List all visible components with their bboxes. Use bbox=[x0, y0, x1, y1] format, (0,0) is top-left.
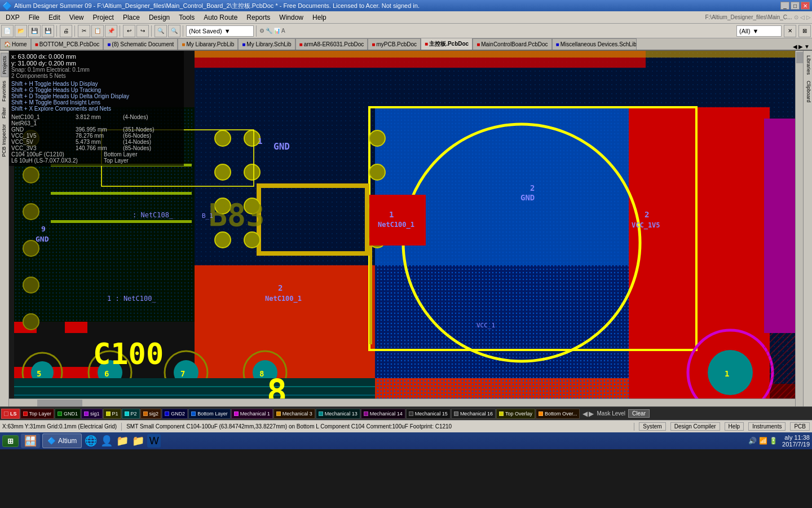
toolbar-controls: ⊙ ◁ ▷ bbox=[794, 14, 811, 20]
pcb-canvas[interactable]: GND B83 9 GND 1 NetC100_1 2 GND 2 VCC_1V… bbox=[9, 51, 803, 406]
toolbar-save[interactable]: 💾 bbox=[28, 25, 41, 37]
panel-favorites[interactable]: Favorites bbox=[1, 78, 8, 104]
layer-gnd2[interactable]: GND2 bbox=[162, 409, 188, 419]
title-bar-controls[interactable]: _ □ ✕ bbox=[780, 2, 810, 10]
panel-pcb-inspector[interactable]: PCB Inspector bbox=[1, 122, 8, 159]
menu-place[interactable]: Place bbox=[118, 12, 144, 23]
taskbar-app-user[interactable]: 👤 bbox=[100, 434, 113, 448]
toolbar-zoom-in[interactable]: 🔍 bbox=[155, 25, 167, 37]
toolbar-paste[interactable]: 📌 bbox=[105, 25, 117, 37]
taskbar-app-ie[interactable]: 🌐 bbox=[84, 434, 98, 448]
layer-p1[interactable]: P1 bbox=[103, 409, 121, 419]
layer-nav: ◀ ▶ bbox=[582, 410, 594, 418]
minimize-button[interactable]: _ bbox=[780, 2, 789, 10]
clear-button[interactable]: Clear bbox=[628, 409, 650, 418]
layer-sig2[interactable]: sig2 bbox=[140, 409, 162, 419]
menu-help[interactable]: Help bbox=[308, 12, 331, 23]
taskbar-app-folder1[interactable]: 📁 bbox=[116, 434, 129, 448]
menu-design[interactable]: Design bbox=[144, 12, 174, 23]
panel-projects[interactable]: Projects bbox=[1, 53, 8, 77]
panel-libraries[interactable]: Libraries bbox=[804, 53, 812, 77]
layer-gnd1[interactable]: GND1 bbox=[55, 409, 81, 419]
tab-pcblib[interactable]: ■ My Libarary.PcbLib bbox=[178, 38, 238, 50]
layer-ls[interactable]: LS bbox=[1, 409, 20, 419]
toolbar-open[interactable]: 📂 bbox=[15, 25, 27, 37]
tab-mypcb[interactable]: ■ myPCB.PcbDoc bbox=[368, 38, 421, 50]
coord-y: y: 31.000 dy: 0.200 mm bbox=[11, 60, 182, 67]
btn-system[interactable]: System bbox=[639, 422, 665, 431]
toolbar-copy[interactable]: 📋 bbox=[91, 25, 104, 37]
toolbar-icons-right: ⚙🔧📊A bbox=[259, 28, 285, 34]
start-button[interactable]: ⊞ bbox=[2, 435, 19, 447]
taskbar-app-altium[interactable]: 🔷 Altium bbox=[42, 433, 82, 448]
layer-bottom-overlay[interactable]: Bottom Over... bbox=[536, 409, 580, 419]
svg-text:B83: B83 bbox=[209, 197, 264, 233]
mask-level: Mask Level bbox=[597, 410, 625, 417]
btn-pcb[interactable]: PCB bbox=[790, 422, 810, 431]
layer-scroll-left[interactable]: ◀ bbox=[582, 410, 588, 418]
tab-misc-devices[interactable]: ■ Miscellaneous Devices.SchLib bbox=[552, 38, 637, 50]
status-bar: X:63mm Y:31mm Grid:0.1mm (Electrical Gri… bbox=[0, 420, 812, 432]
tab-schlib[interactable]: ■ My Library.SchLib bbox=[238, 38, 295, 50]
btn-instruments[interactable]: Instruments bbox=[748, 422, 785, 431]
menu-view[interactable]: View bbox=[65, 12, 89, 23]
panel-filter[interactable]: Filter bbox=[1, 105, 8, 121]
taskbar-app-folder2[interactable]: 📁 bbox=[131, 434, 145, 448]
menu-tools[interactable]: Tools bbox=[174, 12, 199, 23]
toolbar-zoom-out[interactable]: 🔍 bbox=[168, 25, 180, 37]
tab-main-pcb[interactable]: ■ 主控板.PcbDoc bbox=[421, 38, 473, 50]
svg-rect-70 bbox=[369, 195, 426, 246]
menu-dxp[interactable]: DXP bbox=[1, 12, 24, 23]
layer-mech15[interactable]: Mechanical 15 bbox=[406, 409, 451, 419]
tab-maincontrol[interactable]: ■ MainControlBoard.PcbDoc bbox=[473, 38, 551, 50]
toolbar-saveall[interactable]: 💾 bbox=[42, 25, 54, 37]
close-button[interactable]: ✕ bbox=[801, 2, 810, 10]
taskbar-app-windows[interactable]: 🪟 bbox=[21, 433, 40, 448]
layer-gnd2-color bbox=[165, 411, 169, 416]
layer-scroll-right[interactable]: ▶ bbox=[589, 410, 594, 418]
svg-text:GND: GND bbox=[273, 141, 290, 152]
maximize-button[interactable]: □ bbox=[791, 2, 800, 10]
scroll-thumb-h[interactable] bbox=[37, 400, 82, 406]
menu-edit[interactable]: Edit bbox=[44, 12, 65, 23]
layer-mech1[interactable]: Mechanical 1 bbox=[231, 409, 273, 419]
layer-p2[interactable]: P2 bbox=[122, 409, 140, 419]
info-overlay: x: 63.000 dx: 0.000 mm y: 31.000 dy: 0.2… bbox=[9, 51, 184, 166]
svg-text:1: 1 bbox=[389, 210, 394, 219]
horizontal-scrollbar[interactable] bbox=[9, 398, 795, 406]
toolbar-extra1[interactable]: ✕ bbox=[784, 25, 796, 37]
panel-clipboard[interactable]: Clipboard bbox=[804, 78, 812, 105]
menu-project[interactable]: Project bbox=[89, 12, 118, 23]
tab-arma8[interactable]: ■ armA8-ER6031.PcbDoc bbox=[295, 38, 368, 50]
layer-top-overlay[interactable]: Top Overlay bbox=[496, 409, 535, 419]
btn-design-compiler[interactable]: Design Compiler bbox=[670, 422, 720, 431]
tab-home[interactable]: 🏠 Home bbox=[0, 38, 31, 50]
net-saved-dropdown[interactable]: (Not Saved) ▼ bbox=[186, 25, 254, 37]
toolbar-extra2[interactable]: ⊠ bbox=[798, 25, 811, 37]
toolbar-redo[interactable]: ↪ bbox=[136, 25, 149, 37]
toolbar-new[interactable]: 📄 bbox=[1, 25, 14, 37]
vertical-scrollbar[interactable] bbox=[795, 51, 803, 406]
layer-mech3[interactable]: Mechanical 3 bbox=[273, 409, 315, 419]
layer-mech13[interactable]: Mechanical 13 bbox=[316, 409, 360, 419]
scroll-thumb-v[interactable] bbox=[796, 52, 803, 63]
toolbar-cut[interactable]: ✂ bbox=[78, 25, 90, 37]
taskbar-app-word[interactable]: W bbox=[147, 434, 161, 448]
tab-bottom-pcb[interactable]: ■ BOTTOM_PCB.PcbDoc bbox=[31, 38, 104, 50]
menu-autoroute[interactable]: Auto Route bbox=[199, 12, 242, 23]
all-filter-dropdown[interactable]: (All) ▼ bbox=[736, 25, 782, 37]
layer-mech14[interactable]: Mechanical 14 bbox=[361, 409, 405, 419]
layer-sig1[interactable]: sig1 bbox=[81, 409, 103, 419]
menu-file[interactable]: File bbox=[24, 12, 44, 23]
layer-gnd1-color bbox=[58, 411, 62, 416]
layer-mech16[interactable]: Mechanical 16 bbox=[451, 409, 496, 419]
toolbar-undo[interactable]: ↩ bbox=[123, 25, 135, 37]
toolbar-print[interactable]: 🖨 bbox=[60, 25, 72, 37]
tab-schematic[interactable]: ■ (8) Schematic Document bbox=[103, 38, 178, 50]
layer-bottom[interactable]: Bottom Layer bbox=[188, 409, 231, 419]
layer-top[interactable]: Top Layer bbox=[20, 409, 55, 419]
btn-help[interactable]: Help bbox=[725, 422, 744, 431]
menu-window[interactable]: Window bbox=[275, 12, 308, 23]
menu-reports[interactable]: Reports bbox=[242, 12, 275, 23]
title-text: Altium Designer Summer 09 - F:\Altium_De… bbox=[14, 2, 420, 10]
